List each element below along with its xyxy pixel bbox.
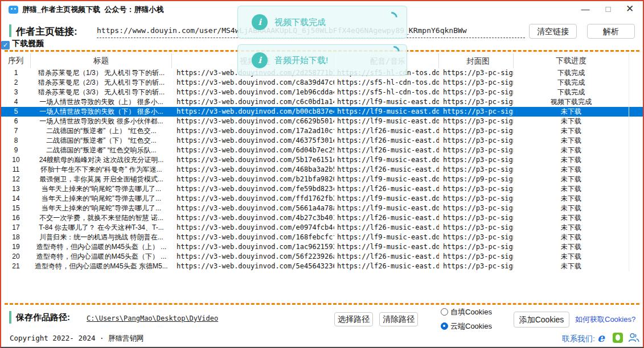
- cell-title: 一场人情世故导致的失败（下） 很多小...: [31, 107, 172, 117]
- parse-button[interactable]: 解析: [587, 24, 635, 39]
- video-table: 1 猎杀苏莱曼尼（1/3） 无人机引导下的斩... https://v3-web…: [1, 68, 643, 271]
- cell-index: 11: [1, 165, 31, 175]
- minimize-button[interactable]: —: [577, 1, 594, 18]
- cell-music-url: https://lf26-music-east.douy...: [334, 252, 439, 262]
- cell-index: 21: [1, 262, 31, 271]
- toast-message: 视频下载完成: [274, 17, 326, 28]
- cell-extra: [629, 184, 643, 194]
- table-row[interactable]: 7 二战德国的“叛逆者”（上） “红色交... https://v3-web.d…: [1, 126, 643, 136]
- cell-extra: [629, 204, 643, 213]
- cell-title: 怀胎十年生不下来的“科曼奇” 作为军迷...: [31, 165, 172, 175]
- col-header-extra: [629, 53, 643, 68]
- cell-title: T-84 你去哪儿了？ 在今天这种T-34、T-...: [31, 223, 172, 233]
- cell-extra: [629, 136, 643, 146]
- cell-cover-url: https://p3-pc-sign...: [439, 126, 514, 136]
- cell-extra: [629, 88, 643, 97]
- cell-index: 12: [1, 175, 31, 184]
- table-row[interactable]: 19 造型奇特，但内心温暖的M45头盔（上） ... https://v3-we…: [1, 242, 643, 252]
- cell-video-url: https://v3-web.douyinvod.com/5661a4a78a8…: [172, 204, 334, 213]
- cell-music-url: https://sf5-hl-cdn-tos.douyi...: [334, 78, 439, 88]
- cell-video-url: https://v3-web.douyinvod.com/4b27c3b401c…: [172, 213, 334, 223]
- close-button[interactable]: ✕: [621, 1, 638, 18]
- cell-extra: [629, 262, 643, 271]
- cell-extra: [629, 223, 643, 233]
- col-header-title[interactable]: 标题: [31, 53, 172, 68]
- cell-status: 未下载: [514, 213, 629, 223]
- cell-extra: [629, 155, 643, 165]
- cell-music-url: https://lf26-music-east.douy...: [334, 184, 439, 194]
- col-header-progress[interactable]: 下载进度: [514, 53, 629, 68]
- contact-group-icon[interactable]: [628, 333, 639, 342]
- table-row[interactable]: 21 造型奇特，但内心温暖的M45头盔 东德M5... https://v3-w…: [1, 262, 643, 271]
- col-header-cover[interactable]: 封面图: [439, 53, 514, 68]
- cell-music-url: https://lf9-music-east.douyi...: [334, 175, 439, 184]
- table-row[interactable]: 2 猎杀苏莱曼尼（2/3） 无人机引导下的斩... https://v3-web…: [1, 78, 643, 88]
- toast-video-download-complete: i 视频下载完成: [237, 6, 407, 39]
- table-row[interactable]: 12 最强侧卫，非你莫属 开启全面铺货模式... https://v3-web.…: [1, 175, 643, 184]
- table-row[interactable]: 16 不交一次学费，就换不来登陆的智慧 诺... https://v3-web.…: [1, 213, 643, 223]
- table-row[interactable]: 5 一场人情世故导致的失败（下） 很多小... https://v3-web.d…: [1, 107, 643, 117]
- cell-extra: [629, 68, 643, 78]
- cell-video-url: https://v3-web.douyinvod.com/6d04b7ec29b…: [172, 146, 334, 155]
- save-path-label: 保存作品路径:: [16, 312, 70, 323]
- cell-music-url: https://lf9-music-east.douyi...: [334, 97, 439, 107]
- maximize-button[interactable]: □: [600, 1, 617, 18]
- how-to-get-cookies-link[interactable]: 如何获取Cookies?: [575, 314, 635, 325]
- save-path-value: C:\Users\PangMao\Desktop\DyVideo: [87, 314, 218, 322]
- table-row[interactable]: 6 一场人情世故导致的失败 很多小伙伴都... https://v3-web.d…: [1, 117, 643, 126]
- table-row[interactable]: 14 当年天上掉来的“响尾蛇”导弹去哪儿了... https://v3-web.…: [1, 194, 643, 204]
- cell-status: 未下载: [514, 126, 629, 136]
- cell-video-url: https://v3-web.douyinvod.com/ffd1762fb3d…: [172, 194, 334, 204]
- ie-browser-icon[interactable]: e: [597, 331, 605, 345]
- table-row[interactable]: 13 当年天上掉来的“响尾蛇”导弹去哪儿了... https://v3-web.…: [1, 184, 643, 194]
- qq-icon[interactable]: [613, 333, 623, 343]
- table-row[interactable]: 18 川普归来：统一的机遇与挑战 特朗普在... https://v3-web.…: [1, 233, 643, 242]
- table-row[interactable]: 17 T-84 你去哪儿了？ 在今天这种T-34、T-... https://v…: [1, 223, 643, 233]
- cell-cover-url: https://p3-pc-sign...: [439, 165, 514, 175]
- cell-index: 14: [1, 194, 31, 204]
- cell-status: 未下载: [514, 204, 629, 213]
- clear-path-button[interactable]: 清除路径: [379, 312, 418, 326]
- cell-status: 下载完成: [514, 68, 629, 78]
- radio-selected-icon[interactable]: [441, 322, 448, 330]
- checkbox-download-cover[interactable]: ✓下载封面: [1, 39, 44, 49]
- cell-music-url: https://lf9-music-east.douyi...: [334, 107, 439, 117]
- cell-music-url: https://sf5-hl-cdn-tos.douyi...: [334, 88, 439, 97]
- table-row[interactable]: 10 24艘航母的巅峰对决 这次战役充分证明... https://v3-web…: [1, 155, 643, 165]
- cell-music-url: https://lf9-music-east.douyi...: [334, 233, 439, 242]
- cell-index: 15: [1, 204, 31, 213]
- radio-unselected-icon[interactable]: [441, 308, 448, 316]
- table-row[interactable]: 3 猎杀苏莱曼尼（3/3） 无人机引导下的斩... https://v3-web…: [1, 88, 643, 97]
- cell-title: 造型奇特，但内心温暖的M45头盔（下） ...: [31, 252, 172, 262]
- cell-cover-url: https://p3-pc-sign...: [439, 136, 514, 146]
- cell-status: 视频下载完成: [514, 97, 629, 107]
- toast-message: 音频开始下载!: [274, 55, 328, 65]
- cell-video-url: https://v3-web.douyinvod.com/c6629b5014d…: [172, 117, 334, 126]
- clear-links-button[interactable]: 清空链接: [529, 24, 577, 39]
- table-row[interactable]: 4 一场人情世故导致的失败（上） 很多小... https://v3-web.d…: [1, 97, 643, 107]
- cell-cover-url: https://p3-pc-sign...: [439, 146, 514, 155]
- cell-cover-url: https://p3-pc-sign...: [439, 213, 514, 223]
- cell-video-url: https://v3-web.douyinvod.com/5b17e6151de…: [172, 155, 334, 165]
- col-header-index[interactable]: 序列: [1, 53, 31, 68]
- window-title: 胖猫_作者主页视频下载 公众号：胖猫小栈: [22, 1, 163, 18]
- table-row[interactable]: 20 造型奇特，但内心温暖的M45头盔（下） ... https://v3-we…: [1, 252, 643, 262]
- table-row[interactable]: 11 怀胎十年生不下来的“科曼奇” 作为军迷... https://v3-web…: [1, 165, 643, 175]
- cell-video-url: https://v3-web.douyinvod.com/1ac9621593b…: [172, 242, 334, 252]
- cell-video-url: https://v3-web.douyinvod.com/468ba3a2b50…: [172, 165, 334, 175]
- cell-title: 猎杀苏莱曼尼（1/3） 无人机引导下的斩...: [31, 68, 172, 78]
- cell-music-url: https://lf26-music-east.douy...: [334, 136, 439, 146]
- cell-video-url: https://v3-web.douyinvod.com/5e45643236d…: [172, 262, 334, 271]
- checkbox-checked-icon[interactable]: ✓: [1, 41, 10, 49]
- radio-cloud-cookies[interactable]: 云端Cookies: [441, 321, 492, 330]
- cell-status: 未下载: [514, 175, 629, 184]
- cell-video-url: https://v3-web.douyinvod.com/c8a39d47c6e…: [172, 78, 334, 88]
- add-cookies-button[interactable]: 添加Cookies: [514, 312, 569, 328]
- table-row[interactable]: 9 二战德国的“叛逆者” “红色交响乐队... https://v3-web.d…: [1, 146, 643, 155]
- choose-path-button[interactable]: 选择路径: [334, 312, 373, 326]
- cell-title: 二战德国的“叛逆者” “红色交响乐队...: [31, 146, 172, 155]
- table-row[interactable]: 15 当年天上掉来的“响尾蛇”导弹去哪儿了... https://v3-web.…: [1, 204, 643, 213]
- cell-title: 当年天上掉来的“响尾蛇”导弹去哪儿了...: [31, 194, 172, 204]
- radio-self-cookies[interactable]: 自填Cookies: [441, 307, 492, 316]
- table-row[interactable]: 8 二战德国的“叛逆者”（下） “红色交... https://v3-web.d…: [1, 136, 643, 146]
